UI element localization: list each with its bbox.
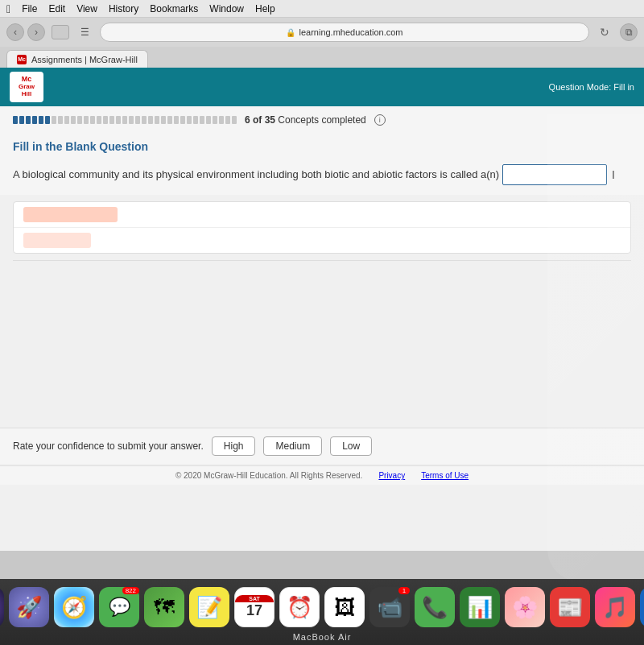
reload-button[interactable]: ↻ <box>596 23 613 41</box>
dock-icon-safari[interactable]: 🧭 <box>54 587 94 627</box>
back-button[interactable]: ‹ <box>6 23 24 41</box>
logo-hill: Hill <box>22 91 31 98</box>
copyright-text: © 2020 McGraw-Hill Education. All Rights… <box>175 471 362 480</box>
terms-link[interactable]: Terms of Use <box>421 471 469 480</box>
progress-suffix: Concepts completed <box>278 114 365 126</box>
forward-button[interactable]: › <box>27 23 45 41</box>
dock-icon-reminders[interactable]: ⏰ <box>279 587 320 627</box>
menu-bookmarks[interactable]: Bookmarks <box>150 3 198 14</box>
progress-count: 6 of 35 <box>245 114 275 126</box>
lock-icon: 🔒 <box>286 28 295 37</box>
address-bar-container: 🔒 learning.mheducation.com <box>100 23 589 42</box>
suggestion-area <box>13 201 631 254</box>
macbook-label: MacBook Air <box>293 632 352 645</box>
web-content: Mc Graw Hill Question Mode: Fill in 6 of… <box>0 68 644 551</box>
question-title: Fill in the Blank Question <box>13 140 631 153</box>
suggestion-highlight-1 <box>23 207 118 222</box>
question-body-text: A biological community and its physical … <box>13 167 499 183</box>
dock-icon-numbers[interactable]: 📊 <box>460 587 500 627</box>
mgh-header: Mc Graw Hill Question Mode: Fill in <box>0 68 644 106</box>
privacy-link[interactable]: Privacy <box>378 471 405 480</box>
browser-chrome: ‹ › ☰ 🔒 learning.mheducation.com ↻ ⧉ Mc … <box>0 18 644 68</box>
dock-icon-calendar[interactable]: SAT 17 <box>234 587 275 627</box>
apple-menu[interactable]:  <box>6 2 10 15</box>
dock-icon-mac-app[interactable]: 🌸 <box>505 587 545 627</box>
active-tab[interactable]: Mc Assignments | McGraw-Hill <box>6 50 148 68</box>
sidebar-toggle-icon[interactable]: ☰ <box>76 23 93 41</box>
tab-label: Assignments | McGraw-Hill <box>31 55 138 64</box>
mgh-logo: Mc Graw Hill <box>10 72 43 102</box>
browser-tab-bar: Mc Assignments | McGraw-Hill <box>0 47 644 68</box>
question-area: Fill in the Blank Question A biological … <box>0 134 644 195</box>
reader-view-button[interactable]: ⧉ <box>620 23 638 41</box>
confidence-low-button[interactable]: Low <box>330 436 372 456</box>
cursor-indicator: I <box>612 167 615 184</box>
url-text: learning.mheducation.com <box>299 27 402 37</box>
facetime-badge: 1 <box>398 587 410 594</box>
dock-icon-phone[interactable]: 📞 <box>415 587 455 627</box>
confidence-section: Rate your confidence to submit your answ… <box>0 428 644 464</box>
question-text: A biological community and its physical … <box>13 164 631 185</box>
info-icon[interactable]: i <box>374 114 386 126</box>
dock-icons-container: 🎙 🚀 🧭 💬 822 🗺 📝 SAT 17 ⏰ 🖼 📹 1 📞 📊 🌸 📰 🎵… <box>0 579 644 632</box>
menu-help[interactable]: Help <box>255 3 275 14</box>
mac-dock: 🎙 🚀 🧭 💬 822 🗺 📝 SAT 17 ⏰ 🖼 📹 1 📞 📊 🌸 📰 🎵… <box>0 579 644 645</box>
progress-text: 6 of 35 Concepts completed <box>245 114 366 126</box>
menu-file[interactable]: File <box>22 3 37 14</box>
progress-bar-container: 6 of 35 Concepts completed i <box>13 114 631 126</box>
confidence-high-button[interactable]: High <box>212 436 256 456</box>
menu-history[interactable]: History <box>109 3 138 14</box>
confidence-medium-button[interactable]: Medium <box>263 436 322 456</box>
answer-input[interactable] <box>502 164 607 185</box>
menu-edit[interactable]: Edit <box>48 3 65 14</box>
menu-window[interactable]: Window <box>209 3 244 14</box>
browser-toolbar: ‹ › ☰ 🔒 learning.mheducation.com ↻ ⧉ <box>0 18 644 47</box>
tab-favicon: Mc <box>17 55 27 64</box>
mac-menu-bar:  File Edit View History Bookmarks Windo… <box>0 0 644 18</box>
nav-buttons: ‹ › <box>6 23 45 41</box>
dock-icon-launchpad[interactable]: 🚀 <box>9 587 49 627</box>
question-mode-label: Question Mode: Fill in <box>549 82 634 92</box>
dock-icon-photos[interactable]: 🖼 <box>324 587 365 627</box>
confidence-label: Rate your confidence to submit your answ… <box>13 440 204 452</box>
progress-bar <box>13 116 237 124</box>
content-divider <box>13 260 631 261</box>
suggestion-item-1[interactable] <box>14 202 630 228</box>
web-footer: © 2020 McGraw-Hill Education. All Rights… <box>0 465 644 485</box>
dock-icon-notes[interactable]: 📝 <box>189 587 229 627</box>
messages-badge: 822 <box>122 587 139 594</box>
suggestion-item-2[interactable] <box>14 228 630 253</box>
dock-icon-maps[interactable]: 🗺 <box>144 587 184 627</box>
dock-icon-siri[interactable]: 🎙 <box>0 587 4 627</box>
dock-icon-appstore[interactable]: 🅰 2 <box>640 587 644 627</box>
dock-icon-news[interactable]: 📰 <box>550 587 590 627</box>
tab-switcher-icon[interactable] <box>52 25 69 39</box>
dock-icon-facetime[interactable]: 📹 1 <box>369 587 410 627</box>
dock-icon-itunes[interactable]: 🎵 <box>595 587 635 627</box>
menu-view[interactable]: View <box>76 3 97 14</box>
address-bar[interactable]: 🔒 learning.mheducation.com <box>100 23 589 42</box>
progress-section: 6 of 35 Concepts completed i <box>0 106 644 134</box>
dock-icon-messages[interactable]: 💬 822 <box>99 587 139 627</box>
